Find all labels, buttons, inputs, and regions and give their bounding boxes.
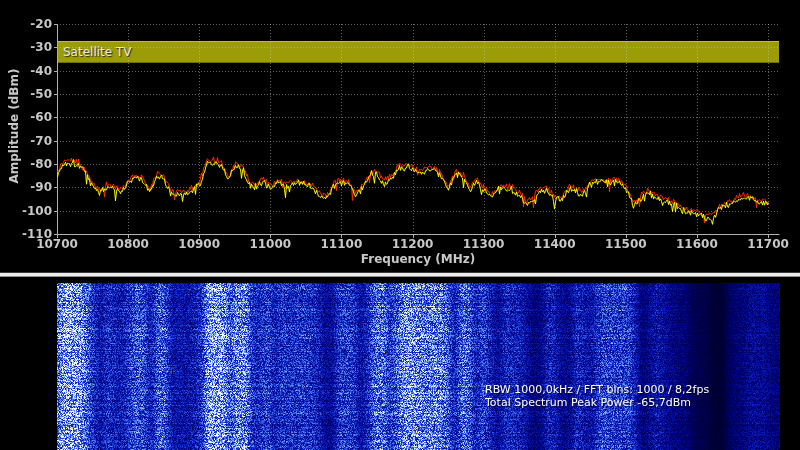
x-tick-label: 10800 [96, 238, 160, 250]
status-rbw-fft-fps: RBW 1000,0kHz / FFT bins: 1000 / 8,2fps [485, 383, 709, 396]
x-tick-label: 11500 [594, 238, 658, 250]
sdr-app-window: Satellite TV -20-30-40-50-60-70-80-90-10… [0, 0, 800, 450]
x-tick-label: 10700 [25, 238, 89, 250]
waterfall-canvas[interactable] [57, 283, 780, 450]
y-axis-title: Amplitude (dBm) [7, 68, 21, 183]
x-tick-label: 11100 [309, 238, 373, 250]
spectrum-plot-panel: Satellite TV -20-30-40-50-60-70-80-90-10… [0, 0, 800, 272]
x-axis-title: Frequency (MHz) [0, 252, 800, 266]
status-overlay: RBW 1000,0kHz / FFT bins: 1000 / 8,2fps … [485, 383, 709, 409]
x-tick-label: 11400 [523, 238, 587, 250]
status-peak-power: Total Spectrum Peak Power -65,7dBm [485, 396, 709, 409]
y-tick-label: -20 [0, 18, 52, 30]
x-tick-label: 11300 [452, 238, 516, 250]
y-tick-label: -30 [0, 41, 52, 53]
x-tick-label: 11600 [665, 238, 729, 250]
waterfall-panel: RBW 1000,0kHz / FFT bins: 1000 / 8,2fps … [0, 280, 800, 450]
x-tick-label: 11700 [736, 238, 800, 250]
panel-splitter-handle[interactable] [0, 272, 800, 280]
x-tick-label: 11200 [381, 238, 445, 250]
x-tick-label: 11000 [238, 238, 302, 250]
spectrum-plot-canvas[interactable] [0, 0, 800, 272]
x-tick-label: 10900 [167, 238, 231, 250]
y-tick-label: -100 [0, 205, 52, 217]
